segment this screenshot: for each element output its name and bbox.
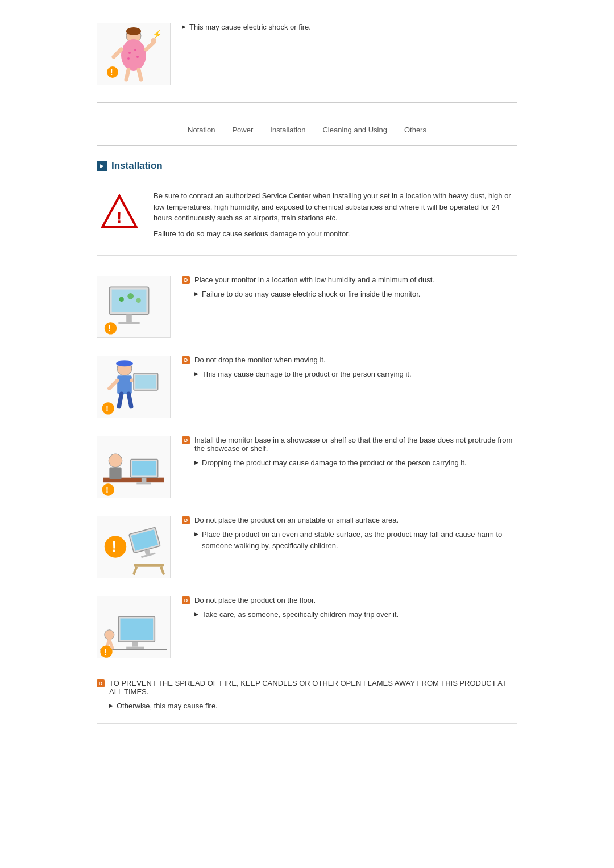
- section-header-icon: [97, 161, 107, 171]
- item3-primary: Install the monitor base in a showcase o…: [182, 436, 517, 453]
- svg-rect-19: [126, 314, 132, 322]
- item1-body: Place your monitor in a location with lo…: [182, 276, 517, 300]
- svg-point-6: [127, 57, 130, 60]
- item2-secondary-text: This may cause damage to the product or …: [202, 369, 412, 380]
- item5-bullet-icon: [182, 596, 190, 604]
- item1-image: !: [97, 276, 171, 338]
- svg-text:⚡: ⚡: [152, 30, 163, 39]
- svg-point-21: [119, 297, 124, 302]
- fire-warning-primary: TO PREVENT THE SPREAD OF FIRE, KEEP CAND…: [97, 679, 517, 696]
- svg-rect-18: [112, 290, 147, 312]
- fire-warning-secondary: Otherwise, this may cause fire.: [109, 700, 517, 712]
- item4-primary-text: Do not place the product on an unstable …: [194, 516, 399, 524]
- caution-sub-text: Failure to do so may cause serious damag…: [154, 228, 517, 240]
- svg-line-12: [139, 70, 141, 80]
- item5-body: Do not place the product on the floor. T…: [182, 596, 517, 620]
- item2-primary-text: Do not drop the monitor when moving it.: [194, 356, 326, 364]
- item5-image: !: [97, 596, 171, 658]
- fire-warning-secondary-text: Otherwise, this may cause fire.: [117, 700, 218, 712]
- nav-tabs: Notation Power Installation Cleaning and…: [97, 120, 517, 146]
- fire-warning-block: TO PREVENT THE SPREAD OF FIRE, KEEP CAND…: [97, 667, 517, 724]
- item3-primary-text: Install the monitor base in a showcase o…: [194, 436, 517, 453]
- svg-point-5: [136, 56, 139, 58]
- fire-warning-bullet-icon: [97, 679, 105, 687]
- item2-bullet-icon: [182, 356, 190, 364]
- item4-secondary-text: Place the product on an even and stable …: [202, 529, 517, 551]
- svg-line-34: [119, 394, 121, 406]
- svg-rect-44: [136, 482, 151, 484]
- svg-text:!: !: [106, 485, 109, 494]
- top-warning-section: ⚡ ! This may cause electric shock or fir…: [97, 11, 517, 103]
- svg-line-8: [146, 43, 154, 49]
- svg-rect-28: [121, 361, 129, 366]
- svg-point-23: [136, 298, 141, 303]
- svg-rect-40: [109, 468, 121, 479]
- svg-point-3: [128, 52, 131, 54]
- item5-primary: Do not place the product on the floor.: [182, 596, 517, 604]
- svg-text:!: !: [112, 539, 117, 554]
- svg-rect-58: [132, 642, 138, 647]
- item4-image: !: [97, 516, 171, 578]
- svg-line-35: [128, 394, 131, 406]
- item2-image: !: [97, 356, 171, 418]
- item2-secondary: This may cause damage to the product or …: [194, 369, 517, 380]
- item1-secondary-text: Failure to do so may cause electric shoc…: [202, 289, 420, 300]
- svg-line-30: [109, 381, 117, 389]
- item1-primary-text: Place your monitor in a location with lo…: [194, 276, 434, 284]
- svg-text:!: !: [106, 403, 109, 413]
- item4-secondary: Place the product on an even and stable …: [194, 529, 517, 551]
- svg-rect-29: [117, 375, 132, 394]
- top-warning-image: ⚡ !: [97, 23, 171, 85]
- svg-line-11: [126, 70, 128, 80]
- installation-item-1: ! Place your monitor in a location with …: [97, 267, 517, 347]
- svg-point-9: [151, 38, 156, 44]
- item3-secondary-text: Dropping the product may cause damage to…: [202, 457, 466, 469]
- svg-text:!: !: [104, 647, 107, 657]
- svg-point-22: [127, 293, 134, 299]
- svg-text:!: !: [108, 323, 111, 333]
- top-warning-body: This may cause electric shock or fire.: [182, 23, 311, 35]
- top-warning-label: This may cause electric shock or fire.: [189, 23, 311, 31]
- section-header: Installation: [97, 160, 517, 172]
- item2-primary: Do not drop the monitor when moving it.: [182, 356, 517, 364]
- svg-point-4: [134, 49, 136, 51]
- svg-rect-53: [134, 564, 164, 566]
- installation-item-2: ! Do not drop the monitor when moving it…: [97, 347, 517, 427]
- svg-rect-33: [135, 375, 156, 388]
- item3-bullet-icon: [182, 436, 190, 444]
- page-wrapper: ⚡ ! This may cause electric shock or fir…: [85, 0, 529, 746]
- top-warning-text: This may cause electric shock or fire.: [182, 23, 311, 31]
- tab-notation[interactable]: Notation: [188, 126, 215, 134]
- item3-image: !: [97, 436, 171, 498]
- tab-others[interactable]: Others: [404, 126, 426, 134]
- item1-secondary: Failure to do so may cause electric shoc…: [194, 289, 517, 300]
- item4-body: Do not place the product on an unstable …: [182, 516, 517, 551]
- item3-secondary: Dropping the product may cause damage to…: [194, 457, 517, 469]
- item5-secondary-text: Take care, as someone, specifically chil…: [202, 609, 399, 620]
- svg-point-39: [109, 454, 122, 467]
- svg-point-1: [126, 27, 141, 35]
- svg-text:!: !: [117, 208, 122, 226]
- caution-block: ! Be sure to contact an authorized Servi…: [97, 182, 517, 256]
- caution-triangle-image: !: [97, 190, 142, 236]
- installation-item-3: ! Install the monitor base in a showcase…: [97, 427, 517, 507]
- svg-line-55: [161, 567, 164, 575]
- item1-bullet-icon: [182, 276, 190, 284]
- tab-power[interactable]: Power: [232, 126, 253, 134]
- item4-bullet-icon: [182, 516, 190, 524]
- installation-item-5: ! Do not place the product on the floor.…: [97, 587, 517, 667]
- tab-cleaning[interactable]: Cleaning and Using: [322, 126, 387, 134]
- svg-rect-20: [118, 322, 139, 324]
- item1-primary: Place your monitor in a location with lo…: [182, 276, 517, 284]
- item5-primary-text: Do not place the product on the floor.: [194, 596, 316, 604]
- caution-text: Be sure to contact an authorized Service…: [154, 190, 517, 244]
- tab-installation[interactable]: Installation: [270, 126, 305, 134]
- item2-body: Do not drop the monitor when moving it. …: [182, 356, 517, 380]
- svg-line-54: [134, 567, 136, 575]
- svg-text:!: !: [110, 68, 113, 77]
- installation-item-4: ! Do not place the product on an unstabl…: [97, 507, 517, 587]
- svg-line-7: [114, 49, 121, 57]
- item3-body: Install the monitor base in a showcase o…: [182, 436, 517, 469]
- section-title: Installation: [111, 160, 163, 172]
- fire-warning-primary-text: TO PREVENT THE SPREAD OF FIRE, KEEP CAND…: [109, 679, 517, 696]
